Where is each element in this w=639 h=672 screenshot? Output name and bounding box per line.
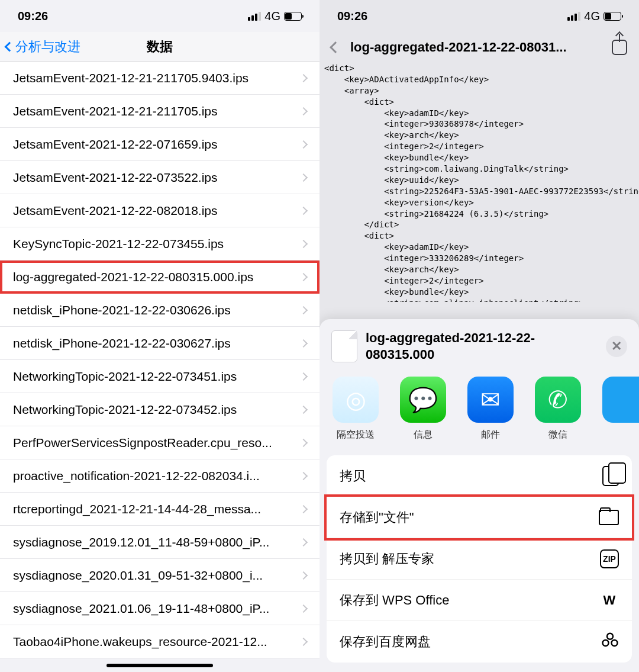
mail-icon: ✉ xyxy=(467,377,514,423)
file-name: sysdiagnose_2020.01.31_09-51-32+0800_i..… xyxy=(13,568,301,583)
airdrop-icon: ◎ xyxy=(333,377,379,423)
file-row[interactable]: JetsamEvent-2021-12-22-071659.ips xyxy=(0,128,320,161)
chevron-right-icon xyxy=(299,206,308,214)
chevron-right-icon xyxy=(299,306,308,314)
chevron-right-icon xyxy=(299,504,308,513)
chevron-right-icon xyxy=(299,471,308,480)
battery-icon xyxy=(604,12,621,21)
file-row[interactable]: rtcreportingd_2021-12-21-14-44-28_messa.… xyxy=(0,493,320,526)
share-icon[interactable] xyxy=(612,40,627,55)
app-label: 微信 xyxy=(548,429,567,441)
chevron-left-icon xyxy=(5,41,15,52)
file-name: sysdiagnose_2021.01.06_19-11-48+0800_iP.… xyxy=(13,602,301,616)
nav-bar: log-aggregated-2021-12-22-08031... xyxy=(320,32,639,63)
baidu-icon xyxy=(601,631,619,652)
action-copy[interactable]: 拷贝 xyxy=(327,455,632,497)
wechat-icon: ✆ xyxy=(535,377,581,423)
wps-icon: W xyxy=(600,591,619,610)
file-row[interactable]: log-aggregated-2021-12-22-080315.000.ips xyxy=(0,261,320,294)
signal-icon xyxy=(248,12,261,21)
status-bar: 09:26 4G xyxy=(320,0,639,32)
share-app-msg[interactable]: 💬信息 xyxy=(400,377,446,441)
close-button[interactable]: ✕ xyxy=(606,336,627,357)
left-phone: 09:26 4G 分析与改进 数据 JetsamEvent-2021-12-21… xyxy=(0,0,320,672)
file-name: JetsamEvent-2021-12-22-073522.ips xyxy=(13,171,301,185)
chevron-right-icon xyxy=(299,239,308,247)
file-row[interactable]: sysdiagnose_2021.01.06_19-11-48+0800_iP.… xyxy=(0,592,320,625)
svg-point-2 xyxy=(607,634,613,639)
file-row[interactable]: sysdiagnose_2019.12.01_11-48-59+0800_iP.… xyxy=(0,526,320,559)
file-name: JetsamEvent-2021-12-21-211705.ips xyxy=(13,104,301,118)
file-row[interactable]: netdisk_iPhone-2021-12-22-030626.ips xyxy=(0,294,320,327)
action-label: 拷贝 xyxy=(340,467,602,485)
file-row[interactable]: JetsamEvent-2021-12-21-211705.ips xyxy=(0,95,320,128)
share-app-wechat[interactable]: ✆微信 xyxy=(535,377,581,441)
folder-icon xyxy=(599,510,619,525)
file-name: JetsamEvent-2021-12-22-071659.ips xyxy=(13,137,301,152)
share-actions: 拷贝存储到"文件"拷贝到 解压专家ZIP保存到 WPS OfficeW保存到百度… xyxy=(327,455,632,663)
file-name: sysdiagnose_2019.12.01_11-48-59+0800_iP.… xyxy=(13,535,301,549)
signal-icon xyxy=(567,12,580,21)
share-app-more[interactable] xyxy=(602,377,639,441)
chevron-right-icon xyxy=(299,73,308,82)
chevron-right-icon xyxy=(299,339,308,347)
action-label: 拷贝到 解压专家 xyxy=(340,550,600,568)
action-wps[interactable]: 保存到 WPS OfficeW xyxy=(327,580,632,621)
app-icon xyxy=(602,377,639,423)
page-title: log-aggregated-2021-12-22-08031... xyxy=(350,40,606,55)
back-button[interactable]: 分析与改进 xyxy=(0,38,80,56)
file-row[interactable]: sysdiagnose_2020.01.31_09-51-32+0800_i..… xyxy=(0,559,320,592)
app-label: 邮件 xyxy=(481,429,500,441)
file-row[interactable]: NetworkingTopic-2021-12-22-073451.ips xyxy=(0,360,320,393)
home-indicator[interactable] xyxy=(106,664,213,667)
file-name: NetworkingTopic-2021-12-22-073452.ips xyxy=(13,403,301,417)
chevron-left-icon[interactable] xyxy=(330,41,341,53)
back-label: 分析与改进 xyxy=(15,38,80,56)
file-icon xyxy=(331,330,357,362)
file-name: Taobao4iPhone.wakeups_resource-2021-12..… xyxy=(13,635,301,649)
chevron-right-icon xyxy=(299,372,308,380)
share-app-airdrop[interactable]: ◎隔空投送 xyxy=(333,377,379,441)
action-baidu[interactable]: 保存到百度网盘 xyxy=(327,621,632,663)
file-name: netdisk_iPhone-2021-12-22-030626.ips xyxy=(13,303,301,317)
file-row[interactable]: NetworkingTopic-2021-12-22-073452.ips xyxy=(0,393,320,426)
xml-content[interactable]: <dict> <key>ADActivatedAppInfo</key> <ar… xyxy=(320,63,639,302)
chevron-right-icon xyxy=(299,272,308,281)
status-bar: 09:26 4G xyxy=(0,0,320,32)
action-folder[interactable]: 存储到"文件" xyxy=(327,497,632,538)
file-row[interactable]: JetsamEvent-2021-12-22-082018.ips xyxy=(0,194,320,227)
file-row[interactable]: netdisk_iPhone-2021-12-22-030627.ips xyxy=(0,327,320,360)
chevron-right-icon xyxy=(299,604,308,612)
copy-icon xyxy=(602,466,619,486)
share-app-mail[interactable]: ✉邮件 xyxy=(467,377,514,441)
msg-icon: 💬 xyxy=(400,377,446,423)
file-name: proactive_notification-2021-12-22-082034… xyxy=(13,469,301,483)
file-row[interactable]: JetsamEvent-2021-12-21-211705.9403.ips xyxy=(0,62,320,95)
action-label: 保存到百度网盘 xyxy=(340,633,601,651)
right-phone: 09:26 4G log-aggregated-2021-12-22-08031… xyxy=(320,0,639,672)
chevron-right-icon xyxy=(299,538,308,546)
status-time: 09:26 xyxy=(337,9,367,23)
chevron-right-icon xyxy=(299,107,308,115)
battery-icon xyxy=(284,12,302,21)
chevron-right-icon xyxy=(299,438,308,446)
svg-point-1 xyxy=(612,640,618,646)
chevron-right-icon xyxy=(299,173,308,181)
file-name: NetworkingTopic-2021-12-22-073451.ips xyxy=(13,369,301,384)
status-net: 4G xyxy=(584,9,600,23)
file-row[interactable]: PerfPowerServicesSignpostReader.cpu_reso… xyxy=(0,426,320,459)
file-row[interactable]: proactive_notification-2021-12-22-082034… xyxy=(0,459,320,493)
file-row[interactable]: KeySyncTopic-2021-12-22-073455.ips xyxy=(0,227,320,261)
chevron-right-icon xyxy=(299,637,308,645)
file-list[interactable]: JetsamEvent-2021-12-21-211705.9403.ipsJe… xyxy=(0,62,320,658)
app-label: 隔空投送 xyxy=(337,429,375,441)
chevron-right-icon xyxy=(299,571,308,579)
action-zip[interactable]: 拷贝到 解压专家ZIP xyxy=(327,538,632,580)
file-name: KeySyncTopic-2021-12-22-073455.ips xyxy=(13,237,301,251)
status-time: 09:26 xyxy=(18,9,48,23)
share-app-row[interactable]: ◎隔空投送💬信息✉邮件✆微信 xyxy=(320,371,639,452)
file-row[interactable]: Taobao4iPhone.wakeups_resource-2021-12..… xyxy=(0,625,320,658)
action-label: 存储到"文件" xyxy=(340,509,599,526)
file-row[interactable]: JetsamEvent-2021-12-22-073522.ips xyxy=(0,161,320,194)
action-label: 保存到 WPS Office xyxy=(340,591,600,609)
